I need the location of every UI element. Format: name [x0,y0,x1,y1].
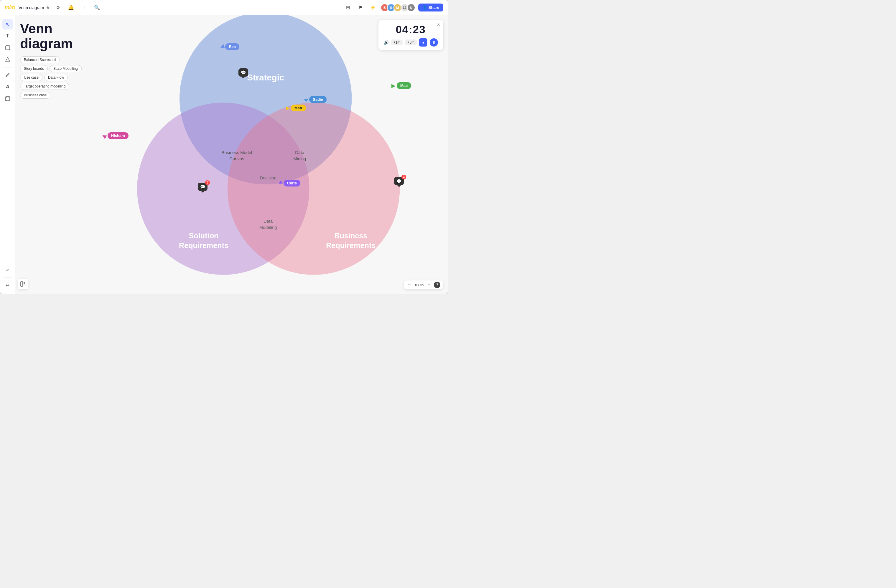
timer-close-button[interactable]: ✕ [437,23,440,27]
share-label: Share [428,5,439,10]
frame-tool[interactable] [2,93,13,104]
cursor-badge-hisham: Hisham [108,132,128,139]
label-data-modeling: Data [264,219,273,223]
timer-controls: 🔊 +1m +5m ■ ⏸ [384,38,438,47]
notifications-icon[interactable]: 🔔 [66,3,76,12]
timer-pause-button[interactable]: ⏸ [430,38,438,47]
tag-use-case[interactable]: Use case [20,74,43,81]
label-business-2: Requirements [326,241,375,249]
cursor-badge-bea: Bea [225,43,239,50]
zoom-controls: − 100% + ? [404,280,443,289]
tag-row-4: Target operating modelling [20,83,82,90]
diagram-heading: Venn diagram [20,21,82,51]
timer-display: 04:23 [396,24,426,36]
venn-svg: Strategic Solution Requirements Business… [80,15,448,294]
comment-count-bl: 3 [205,180,210,185]
left-toolbar: ↖ T A » ↩ [0,15,15,294]
timer-stop-button[interactable]: ■ [419,38,427,47]
avatar-group: B S M 12 U [381,3,415,12]
label-data-modeling-2: Modeling [259,225,277,230]
comment-bubble-top[interactable]: 💬 [238,68,248,77]
sidebar-tags: Venn diagram Balanced Scorecard Story bo… [20,21,82,100]
comment-bubble-br[interactable]: 💬 3 [394,177,404,185]
timer-add-1m[interactable]: +1m [391,40,403,46]
diagram-title: Venn diagram ★ [18,5,50,10]
comment-count-br: 3 [401,175,406,179]
bottom-toolbar [18,279,28,289]
label-solution-2: Requirements [179,241,229,249]
cursor-mae: ▶ Mae [392,82,411,89]
lightning-icon[interactable]: ⚡ [368,3,378,12]
tag-target-operating[interactable]: Target operating modelling [20,83,69,90]
timer-widget: ✕ 04:23 🔊 +1m +5m ■ ⏸ [378,20,443,50]
zoom-help-button[interactable]: ? [434,282,440,288]
cursor-arrow-sadie: ▶ [303,96,309,103]
settings-icon[interactable]: ⚙ [53,3,63,12]
undo-tool[interactable]: ↩ [2,280,13,290]
zoom-out-button[interactable]: − [407,282,412,287]
pen-tool[interactable] [2,70,13,81]
svg-rect-9 [21,282,23,286]
tag-data-flow[interactable]: Data Flow [44,74,68,81]
cursor-badge-mae: Mae [397,82,411,89]
avatar-main: U [407,3,415,12]
label-strategic: Strategic [247,73,284,82]
label-solution: Solution [189,231,219,240]
timer-add-5m[interactable]: +5m [405,40,417,46]
venn-container: Strategic Solution Requirements Business… [80,15,448,294]
svg-rect-1 [6,97,10,101]
cursor-bea: ▶ Bea [220,43,239,50]
label-decision: Decision [260,176,276,180]
timer-seconds: 23 [413,24,426,36]
timer-colon: : [409,24,413,36]
heading-line2: diagram [20,36,73,51]
star-icon[interactable]: ★ [46,5,50,10]
shape-tool[interactable] [2,54,13,65]
cursor-badge-sadie: Sadie [309,96,326,103]
cursor-sadie: ▶ Sadie [305,96,326,103]
comment-bubble-bl[interactable]: 💬 3 [198,183,207,191]
text-tool[interactable]: T [2,30,13,41]
topbar: miro Venn diagram ★ ⚙ 🔔 ↑ 🔍 ⊞ ⚑ ⚡ B S M … [0,0,448,15]
miro-logo: miro [5,5,15,11]
cursor-arrow-bea: ▶ [219,43,225,50]
share-upload-icon[interactable]: ↑ [79,3,89,12]
font-tool[interactable]: A [2,82,13,92]
share-button[interactable]: 👤 Share [418,3,443,12]
sticky-tool[interactable] [2,43,13,53]
apps-icon[interactable]: ⊞ [343,3,353,12]
topbar-right: ⊞ ⚑ ⚡ B S M 12 U 👤 Share [343,3,443,12]
label-bmc-2: Canvas [230,156,244,161]
comment-bubble-bl-inner[interactable]: 💬 3 [198,183,207,191]
label-dm: Data [295,150,305,155]
search-icon[interactable]: 🔍 [92,3,102,12]
label-bmc: Business Model [222,150,252,155]
cursor-badge-matt: Matt [291,105,306,111]
label-dm-2: Mining [293,156,306,161]
more-tools[interactable]: » [2,264,13,275]
cursor-arrow-matt: ▶ [286,105,290,111]
app-window: miro Venn diagram ★ ⚙ 🔔 ↑ 🔍 ⊞ ⚑ ⚡ B S M … [0,0,448,294]
tag-story-boards[interactable]: Story boards [20,65,48,72]
svg-rect-0 [6,46,10,50]
cursor-arrow-chris: ▶ [277,180,283,186]
canvas-area[interactable]: Venn diagram Balanced Scorecard Story bo… [15,15,448,294]
zoom-in-button[interactable]: + [427,282,431,287]
share-icon: 👤 [422,5,427,10]
panel-toggle-button[interactable] [18,279,28,289]
cursor-arrow-mae: ▶ [392,82,396,89]
flag-icon[interactable]: ⚑ [356,3,365,12]
label-business: Business [334,231,367,240]
cursor-matt: ▶ Matt [286,105,306,111]
tag-row-1: Balanced Scorecard [20,56,82,63]
tag-row-2: Story boards State Modelling [20,65,82,72]
select-tool[interactable]: ↖ [2,19,13,29]
timer-minutes: 04 [396,24,409,36]
tag-business-case[interactable]: Business case [20,92,50,99]
cursor-chris: ▶ Chris [279,180,300,187]
main-area: ↖ T A » ↩ Ven [0,15,448,294]
tag-state-modelling[interactable]: State Modelling [50,65,82,72]
timer-volume-icon[interactable]: 🔊 [384,40,389,45]
tag-balanced-scorecard[interactable]: Balanced Scorecard [20,56,59,63]
tag-row-5: Business case [20,92,82,99]
